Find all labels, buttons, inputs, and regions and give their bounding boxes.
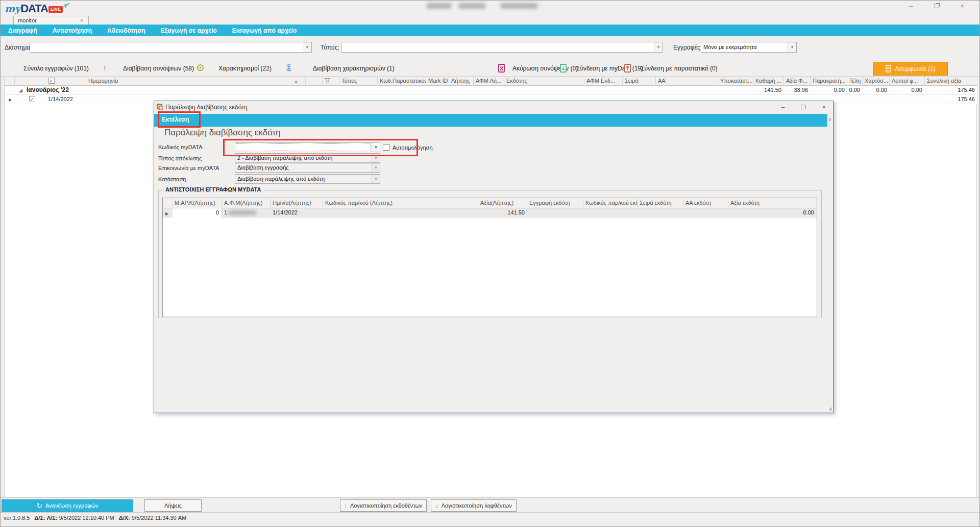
mismatch-button[interactable]: Ασυμφωνία (1) <box>873 62 948 76</box>
titlebar: myDATALIVE – × <box>1 1 980 16</box>
header-fees[interactable]: Τέλη <box>847 77 863 86</box>
app-window: myDATALIVE – × monitor × Διαγραφή Αντιστ… <box>0 0 980 527</box>
dheader-afm[interactable]: Α.Φ.Μ(Λήπτης) <box>222 198 271 208</box>
chevron-down-icon[interactable]: ▼ <box>788 42 796 52</box>
header-aa[interactable]: ΑΑ <box>656 77 718 86</box>
filter-funnel-icon <box>325 78 330 84</box>
link-document-icon <box>624 64 632 73</box>
interval-label: Διάστημα: <box>5 44 32 51</box>
status-value: Διαβίβαση παράλειψης από εκδότη <box>237 175 325 183</box>
dheader-issuer-aa[interactable]: ΑΑ εκδότη <box>683 198 728 208</box>
dx-value: 9/5/2022 11:34:30 AM <box>132 515 186 521</box>
header-vat-amount[interactable]: Αξία Φ... <box>784 77 811 86</box>
window-minimize-button[interactable]: – <box>907 3 915 10</box>
checkbox-checked-icon[interactable]: ✓ <box>48 78 55 84</box>
matching-grid-row[interactable]: ▶ 0 1 1/14/2022 141.50 0.00 <box>163 208 817 218</box>
logo-my: my <box>5 3 20 14</box>
menu-licensing[interactable]: Αδειοδότηση <box>100 27 153 34</box>
group-stamp: 0.00 <box>863 86 890 95</box>
group-row-january[interactable]: Ιανουάριος '22 141.50 33.96 0.00 0.00 0.… <box>5 86 977 95</box>
header-net[interactable]: Καθαρή ... <box>753 77 784 86</box>
chevron-down-icon[interactable]: ∨ <box>828 116 831 122</box>
matching-grid: Μ.ΑΡ.Κ(Λήπτης) Α.Φ.Μ(Λήπτης) Ημ/νία(Λήπτ… <box>162 198 817 317</box>
header-mark-id[interactable]: Mark ID <box>426 77 449 86</box>
version-label: ver.1.0.8.5 <box>4 515 30 521</box>
header-receiver-vat[interactable]: ΑΦΜ Λή... <box>474 77 504 86</box>
tab-close-icon[interactable]: × <box>80 16 83 25</box>
dialog-titlebar[interactable]: Παράλειψη διαβίβασης εκδότη – × <box>154 101 833 113</box>
dialog-maximize-button[interactable] <box>801 103 805 111</box>
restore-icon <box>935 4 939 8</box>
window-restore-button[interactable] <box>933 3 941 10</box>
status-label: Κατάσταση <box>158 176 186 182</box>
chevron-down-icon[interactable]: ▼ <box>654 42 663 52</box>
header-doc-code[interactable]: Κωδ.Παραστατικού <box>378 77 426 86</box>
menu-delete[interactable]: Διαγραφή <box>1 27 45 34</box>
header-series[interactable]: Σειρά <box>623 77 656 86</box>
downloads-button[interactable]: Λήψεις <box>144 499 202 512</box>
interval-combo[interactable]: ▼ <box>30 42 312 53</box>
group-expand-icon[interactable] <box>19 89 22 92</box>
stat-doc-link[interactable]: Σύνδεση με παραστατικό (0) <box>641 65 718 72</box>
dialog-close-button[interactable]: × <box>822 103 826 111</box>
dheader-value[interactable]: Αξία(Λήπτης) <box>478 198 527 208</box>
header-other[interactable]: Λοιποί φ... <box>890 77 925 86</box>
annotation-box-execute <box>158 111 201 128</box>
header-filter[interactable] <box>323 77 339 86</box>
records-combo[interactable]: Μόνο με εκκρεμότητα ▼ <box>701 42 797 53</box>
header-issuer-vat[interactable]: ΑΦΜ Εκδ... <box>584 77 623 86</box>
footer-toolbar: ↻ Ανανέωση εγγραφών Λήψεις ↑ Λογιστικοπο… <box>1 497 980 512</box>
header-withheld[interactable]: Παρακρατή... <box>811 77 847 86</box>
up-arrow-icon: ↑ <box>344 502 347 509</box>
menu-matching[interactable]: Αντιστοίχηση <box>45 27 100 34</box>
group-net: 141.50 <box>753 86 784 95</box>
drow-mark[interactable]: 0 <box>173 208 222 218</box>
refresh-records-button[interactable]: ↻ Ανανέωση εγγραφών <box>2 499 133 512</box>
header-branch[interactable]: Υποκατάστ... <box>718 77 753 86</box>
header-date[interactable]: Ημερομηνία▲ <box>86 77 306 86</box>
downloads-label: Λήψεις <box>164 502 182 509</box>
dheader-issuer-series[interactable]: Σειρά εκδότη <box>638 198 683 208</box>
menu-export-file[interactable]: Εξαγωγή σε αρχείο <box>153 27 225 34</box>
chevron-down-icon[interactable]: ▼ <box>303 42 311 52</box>
refresh-icon: ↻ <box>36 501 42 510</box>
stat-mydata-link[interactable]: Σύνδεση με myData (19) <box>576 65 643 72</box>
menu-import-file[interactable]: Εισαγωγή από αρχείο <box>225 27 304 34</box>
dheader-doc-code[interactable]: Κωδικός παρ/κού (Λήπτης) <box>323 198 478 208</box>
header-select-all[interactable]: ✓ <box>15 77 86 86</box>
dialog-minimize-button[interactable]: – <box>781 103 785 111</box>
communication-combo: Διαβίβαση εγγραφής ▼ <box>235 163 380 173</box>
header-total[interactable]: Συνολική αξία <box>925 77 977 86</box>
dheader-mark[interactable]: Μ.ΑΡ.Κ(Λήπτης) <box>173 198 222 208</box>
titlebar-blurred-text <box>501 3 537 9</box>
dialog-resize-grip[interactable] <box>827 407 831 411</box>
grid-header-row: ✓ Ημερομηνία▲ Τύπος Κωδ.Παραστατικού Mar… <box>5 77 977 86</box>
header-issuer[interactable]: Εκδότης <box>504 77 584 86</box>
tab-monitor-label: monitor <box>18 17 37 23</box>
header-type[interactable]: Τύπος <box>339 77 378 86</box>
main-menubar: Διαγραφή Αντιστοίχηση Αδειοδότηση Εξαγωγ… <box>1 25 980 36</box>
document-icon <box>886 65 892 73</box>
dheader-date[interactable]: Ημ/νία(Λήπτης) <box>271 198 323 208</box>
dheader-issuer-doc-code[interactable]: Κωδικός παρ/κού εκδ... <box>583 198 638 208</box>
dheader-issuer-value[interactable]: Αξία εκδότη <box>728 198 817 208</box>
stat-char-transmission[interactable]: Διαβίβαση χαρακτηρισμών (1) <box>313 65 395 72</box>
header-receiver[interactable]: Λήπτης <box>449 77 474 86</box>
post-received-button[interactable]: ↓ Λογιστικοποίηση ληφθέντων <box>431 499 517 512</box>
row-checkbox-checked[interactable]: ✓ <box>29 96 35 102</box>
post-issued-button[interactable]: ↑ Λογιστικοποίηση εκδοθέντων <box>340 499 427 512</box>
mydata-code-label: Κωδικός myDATA <box>158 144 203 150</box>
stat-total-records[interactable]: Σύνολο εγγραφών (101) <box>23 65 89 72</box>
window-close-button[interactable]: × <box>958 3 966 10</box>
tab-monitor[interactable]: monitor × <box>13 16 89 25</box>
cancel-document-icon <box>498 64 506 73</box>
mismatch-label: Ασυμφωνία (1) <box>895 65 936 73</box>
link-mydata-document-icon <box>560 64 568 73</box>
group-total: 175.46 <box>925 86 977 95</box>
header-stamp[interactable]: Χαρτόσ... <box>863 77 890 86</box>
stat-summaries[interactable]: Διαβίβαση συνόψεων (58) <box>123 65 194 72</box>
type-combo[interactable]: ▼ <box>341 42 663 53</box>
stats-row: Σύνολο εγγραφών (101) ↑ Διαβίβαση συνόψε… <box>1 60 980 77</box>
stat-characterizations[interactable]: Χαρακτηρισμοί (22) <box>218 65 272 72</box>
dheader-issuer-entry[interactable]: Εγγραφή εκδότη <box>527 198 583 208</box>
